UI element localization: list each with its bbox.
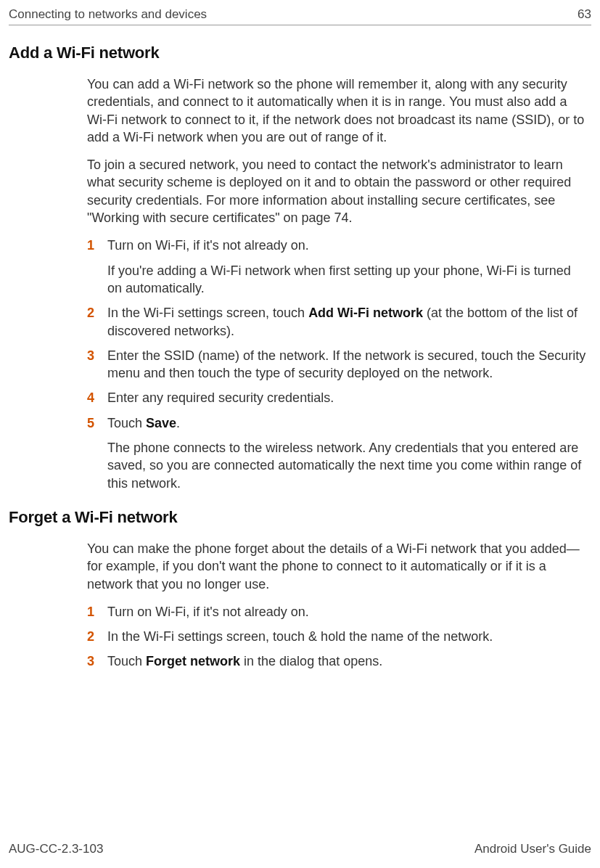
step-number: 3 [87, 652, 107, 670]
step-paragraph: Turn on Wi-Fi, if it's not already on. [107, 237, 588, 254]
list-item: 1Turn on Wi-Fi, if it's not already on. [87, 603, 588, 621]
step-paragraph: In the Wi-Fi settings screen, touch & ho… [107, 628, 588, 645]
step-number: 2 [87, 628, 107, 645]
step-number: 3 [87, 347, 107, 382]
page: Connecting to networks and devices 63 Ad… [0, 0, 600, 868]
section-body: You can add a Wi-Fi network so the phone… [87, 75, 588, 492]
page-content: Add a Wi-Fi networkYou can add a Wi-Fi n… [9, 44, 591, 687]
step-paragraph: Touch Save. [107, 414, 588, 432]
step-list: 1Turn on Wi-Fi, if it's not already on.2… [87, 603, 588, 671]
header-chapter-title: Connecting to networks and devices [9, 7, 207, 22]
step-number: 5 [87, 414, 107, 492]
section-title: Forget a Wi-Fi network [9, 508, 591, 527]
page-footer: AUG-CC-2.3-103 Android User's Guide [9, 842, 591, 856]
step-paragraph: Enter any required security credentials. [107, 389, 588, 406]
step-paragraph: Touch Forget network in the dialog that … [107, 652, 588, 670]
step-body: Touch Save.The phone connects to the wir… [107, 414, 588, 492]
body-paragraph: You can make the phone forget about the … [87, 540, 588, 593]
list-item: 2In the Wi-Fi settings screen, touch Add… [87, 304, 588, 340]
step-body: Touch Forget network in the dialog that … [107, 652, 588, 670]
step-paragraph: The phone connects to the wireless netwo… [107, 439, 588, 492]
list-item: 3Enter the SSID (name) of the network. I… [87, 347, 588, 382]
section-body: You can make the phone forget about the … [87, 540, 588, 671]
section-title: Add a Wi-Fi network [9, 44, 591, 62]
step-paragraph: Enter the SSID (name) of the network. If… [107, 347, 588, 382]
step-number: 1 [87, 237, 107, 297]
footer-doc-id: AUG-CC-2.3-103 [9, 842, 103, 856]
step-list: 1Turn on Wi-Fi, if it's not already on.I… [87, 237, 588, 492]
list-item: 2In the Wi-Fi settings screen, touch & h… [87, 628, 588, 645]
page-header: Connecting to networks and devices 63 [9, 7, 591, 25]
list-item: 4Enter any required security credentials… [87, 389, 588, 406]
step-body: Turn on Wi-Fi, if it's not already on. [107, 603, 588, 621]
step-number: 1 [87, 603, 107, 621]
list-item: 5Touch Save.The phone connects to the wi… [87, 414, 588, 492]
header-page-number: 63 [578, 7, 591, 22]
step-body: Turn on Wi-Fi, if it's not already on.If… [107, 237, 588, 297]
step-number: 2 [87, 304, 107, 340]
step-paragraph: If you're adding a Wi-Fi network when fi… [107, 262, 588, 298]
step-body: In the Wi-Fi settings screen, touch & ho… [107, 628, 588, 645]
step-body: In the Wi-Fi settings screen, touch Add … [107, 304, 588, 340]
list-item: 3Touch Forget network in the dialog that… [87, 652, 588, 670]
bold-text: Add Wi-Fi network [308, 306, 423, 320]
step-body: Enter any required security credentials. [107, 389, 588, 406]
step-number: 4 [87, 389, 107, 406]
step-paragraph: In the Wi-Fi settings screen, touch Add … [107, 304, 588, 340]
body-paragraph: To join a secured network, you need to c… [87, 156, 588, 226]
step-body: Enter the SSID (name) of the network. If… [107, 347, 588, 382]
bold-text: Forget network [146, 654, 240, 668]
footer-guide-title: Android User's Guide [474, 842, 591, 856]
body-paragraph: You can add a Wi-Fi network so the phone… [87, 75, 588, 146]
list-item: 1Turn on Wi-Fi, if it's not already on.I… [87, 237, 588, 297]
step-paragraph: Turn on Wi-Fi, if it's not already on. [107, 603, 588, 621]
bold-text: Save [146, 416, 176, 430]
